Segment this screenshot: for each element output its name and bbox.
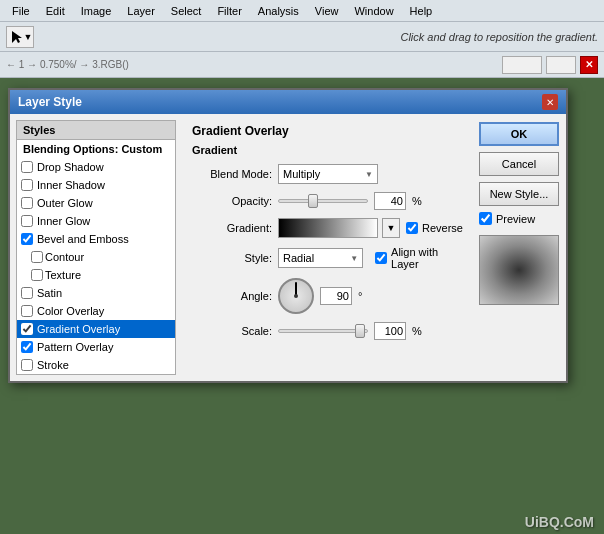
opacity-slider-handle[interactable] (308, 194, 318, 208)
style-item-satin[interactable]: Satin (17, 284, 175, 302)
scale-slider[interactable] (278, 324, 368, 338)
scale-row: Scale: % (192, 322, 463, 340)
texture-checkbox[interactable] (31, 269, 43, 281)
menu-image[interactable]: Image (73, 3, 120, 19)
opacity-label: Opacity: (192, 195, 272, 207)
toolbar-hint: Click and drag to reposition the gradien… (400, 31, 598, 43)
style-item-bevel-emboss[interactable]: Bevel and Emboss (17, 230, 175, 248)
stroke-label: Stroke (37, 359, 69, 371)
main-area: Layer Style ✕ Styles Blending Options: C… (0, 78, 604, 534)
preview-row: Preview (479, 212, 560, 225)
style-item-outer-glow[interactable]: Outer Glow (17, 194, 175, 212)
style-item-texture[interactable]: Texture (17, 266, 175, 284)
dialog-title: Layer Style (18, 95, 82, 109)
blending-options-item[interactable]: Blending Options: Custom (17, 140, 175, 158)
angle-center-dot (294, 294, 298, 298)
style-item-drop-shadow[interactable]: Drop Shadow (17, 158, 175, 176)
satin-label: Satin (37, 287, 62, 299)
blending-options-label: Blending Options: Custom (23, 143, 162, 155)
style-item-pattern-overlay[interactable]: Pattern Overlay (17, 338, 175, 356)
contour-checkbox[interactable] (31, 251, 43, 263)
dialog-close-button[interactable]: ✕ (542, 94, 558, 110)
ok-button[interactable]: OK (479, 122, 559, 146)
menu-layer[interactable]: Layer (119, 3, 163, 19)
dialog-titlebar: Layer Style ✕ (10, 90, 566, 114)
toolbar2: ← 1 → 0.750%/ → 3.RGB() ✕ (0, 52, 604, 78)
reverse-label: Reverse (422, 222, 463, 234)
drop-shadow-checkbox[interactable] (21, 161, 33, 173)
opacity-row: Opacity: % (192, 192, 463, 210)
bevel-emboss-checkbox[interactable] (21, 233, 33, 245)
style-row: Style: Radial ▼ Align with Layer (192, 246, 463, 270)
scale-input[interactable] (374, 322, 406, 340)
gradient-subsection-title: Gradient (192, 144, 463, 156)
toolbar2-content: ← 1 → 0.750%/ → 3.RGB() (6, 59, 129, 70)
reverse-row: Reverse (406, 222, 463, 234)
menu-view[interactable]: View (307, 3, 347, 19)
gradient-swatch[interactable] (278, 218, 378, 238)
inner-glow-checkbox[interactable] (21, 215, 33, 227)
gradient-overlay-label: Gradient Overlay (37, 323, 120, 335)
style-item-contour[interactable]: Contour (17, 248, 175, 266)
align-row: Align with Layer (375, 246, 463, 270)
gradient-overlay-checkbox[interactable] (21, 323, 33, 335)
angle-input[interactable] (320, 287, 352, 305)
svg-marker-0 (12, 31, 22, 43)
menu-file[interactable]: File (4, 3, 38, 19)
style-item-inner-shadow[interactable]: Inner Shadow (17, 176, 175, 194)
preview-label: Preview (496, 213, 535, 225)
opacity-slider[interactable] (278, 194, 368, 208)
cancel-button[interactable]: Cancel (479, 152, 559, 176)
opacity-input[interactable] (374, 192, 406, 210)
watermark: UiBQ.CoM (525, 514, 594, 530)
style-item-inner-glow[interactable]: Inner Glow (17, 212, 175, 230)
blend-mode-row: Blend Mode: Multiply ▼ (192, 164, 463, 184)
gradient-dropdown-button[interactable]: ▼ (382, 218, 400, 238)
style-item-stroke[interactable]: Stroke (17, 356, 175, 374)
dialog-content: Styles Blending Options: Custom Drop Sha… (10, 114, 566, 381)
align-checkbox[interactable] (375, 252, 387, 264)
style-item-gradient-overlay[interactable]: Gradient Overlay (17, 320, 175, 338)
layer-style-dialog: Layer Style ✕ Styles Blending Options: C… (8, 88, 568, 383)
blend-mode-value: Multiply (283, 168, 320, 180)
inner-glow-label: Inner Glow (37, 215, 90, 227)
gradient-section-title: Gradient Overlay (192, 124, 463, 138)
move-tool[interactable]: ▼ (6, 26, 34, 48)
menu-select[interactable]: Select (163, 3, 210, 19)
menu-analysis[interactable]: Analysis (250, 3, 307, 19)
blend-mode-dropdown[interactable]: Multiply ▼ (278, 164, 378, 184)
angle-dial[interactable] (278, 278, 314, 314)
toolbar: ▼ Click and drag to reposition the gradi… (0, 22, 604, 52)
scale-slider-handle[interactable] (355, 324, 365, 338)
styles-header: Styles (17, 121, 175, 140)
style-item-color-overlay[interactable]: Color Overlay (17, 302, 175, 320)
color-overlay-checkbox[interactable] (21, 305, 33, 317)
menu-edit[interactable]: Edit (38, 3, 73, 19)
menu-window[interactable]: Window (346, 3, 401, 19)
bevel-emboss-label: Bevel and Emboss (37, 233, 129, 245)
scale-label: Scale: (192, 325, 272, 337)
opacity-unit: % (412, 195, 422, 207)
blend-mode-label: Blend Mode: (192, 168, 272, 180)
opacity-slider-track (278, 199, 368, 203)
outer-glow-checkbox[interactable] (21, 197, 33, 209)
blend-mode-arrow-icon: ▼ (365, 170, 373, 179)
pattern-overlay-label: Pattern Overlay (37, 341, 113, 353)
style-arrow-icon: ▼ (350, 254, 358, 263)
scale-unit: % (412, 325, 422, 337)
angle-label: Angle: (192, 290, 272, 302)
menu-help[interactable]: Help (402, 3, 441, 19)
pattern-overlay-checkbox[interactable] (21, 341, 33, 353)
angle-unit: ° (358, 290, 362, 302)
inner-shadow-checkbox[interactable] (21, 179, 33, 191)
reverse-checkbox[interactable] (406, 222, 418, 234)
gradient-picker: ▼ (278, 218, 400, 238)
style-dropdown[interactable]: Radial ▼ (278, 248, 363, 268)
new-style-button[interactable]: New Style... (479, 182, 559, 206)
drop-shadow-label: Drop Shadow (37, 161, 104, 173)
satin-checkbox[interactable] (21, 287, 33, 299)
menu-bar: File Edit Image Layer Select Filter Anal… (0, 0, 604, 22)
preview-checkbox[interactable] (479, 212, 492, 225)
stroke-checkbox[interactable] (21, 359, 33, 371)
menu-filter[interactable]: Filter (209, 3, 249, 19)
